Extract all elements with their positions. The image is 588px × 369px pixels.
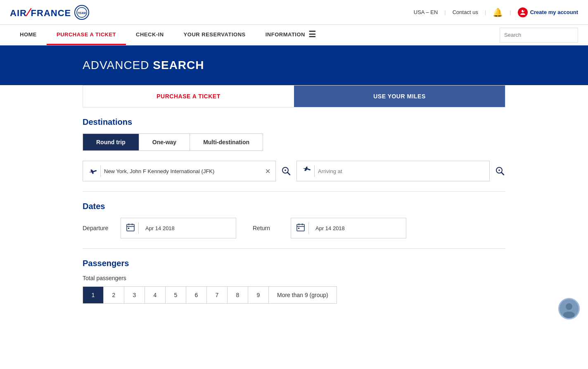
return-date-group: Return Apr 14 2018	[253, 218, 406, 238]
sep3: |	[510, 9, 511, 15]
ret-date-divider	[308, 222, 309, 234]
departure-date-value: Apr 14 2018	[142, 225, 175, 231]
nav-search-box[interactable]	[500, 28, 578, 43]
passenger-2[interactable]: 2	[104, 287, 124, 303]
search-arriving-icon[interactable]	[495, 166, 505, 176]
flight-inputs: ✕	[83, 161, 505, 181]
svg-point-25	[563, 312, 575, 318]
menu-icon[interactable]: ☰	[308, 29, 316, 39]
svg-rect-17	[128, 228, 129, 229]
nav-reservations[interactable]: YOUR RESERVATIONS	[174, 25, 256, 45]
passenger-4[interactable]: 4	[145, 287, 166, 303]
total-passengers-label: Total passengers	[83, 275, 505, 281]
dep-date-divider	[138, 222, 139, 234]
create-account-label: Create my account	[530, 9, 578, 15]
arriving-input-box	[296, 161, 490, 181]
departure-date-group: Departure Apr 14 2018	[83, 218, 236, 238]
passenger-6[interactable]: 6	[186, 287, 207, 303]
trip-type-buttons: Round trip One-way Multi-destination	[83, 133, 263, 151]
passenger-5[interactable]: 5	[166, 287, 186, 303]
tab-area: PURCHASE A TICKET USE YOUR MILES	[83, 85, 505, 107]
create-account-button[interactable]: + Create my account	[518, 7, 578, 17]
clear-departure-icon[interactable]: ✕	[265, 167, 270, 175]
departure-date-label: Departure	[83, 225, 116, 231]
destinations-section: Destinations Round trip One-way Multi-de…	[83, 117, 505, 181]
trip-oneway[interactable]: One-way	[139, 134, 190, 150]
section-divider-1	[83, 191, 505, 192]
passenger-group[interactable]: More than 9 (group)	[269, 287, 337, 303]
tab-miles[interactable]: USE YOUR MILES	[294, 86, 505, 107]
team-logo: TEAM	[74, 5, 89, 20]
svg-line-10	[502, 173, 504, 175]
notifications-icon[interactable]: 🔔	[493, 7, 503, 17]
section-divider-2	[83, 248, 505, 249]
passenger-8[interactable]: 8	[228, 287, 248, 303]
svg-rect-22	[298, 228, 299, 229]
top-bar: AIR⁄FRANCE TEAM USA – EN | Contact us | …	[0, 0, 588, 25]
svg-text:+: +	[524, 9, 525, 12]
arriving-plane-icon	[302, 166, 311, 177]
hero-title-bold: SEARCH	[153, 59, 204, 71]
departure-plane-icon	[88, 166, 97, 177]
return-date-label: Return	[253, 225, 286, 231]
passenger-9[interactable]: 9	[248, 287, 269, 303]
departure-calendar-icon	[126, 223, 135, 234]
svg-text:TEAM: TEAM	[78, 12, 86, 14]
dep-divider	[100, 165, 101, 177]
departure-date-input[interactable]: Apr 14 2018	[121, 218, 236, 238]
logo-area: AIR⁄FRANCE TEAM	[10, 5, 89, 20]
departure-input-box: ✕	[83, 161, 276, 181]
return-date-value: Apr 14 2018	[312, 225, 345, 231]
nav-information[interactable]: INFORMATION ☰	[256, 25, 326, 45]
nav-search-input[interactable]	[504, 32, 574, 38]
top-bar-right: USA – EN | Contact us | 🔔 | + Create my …	[414, 7, 578, 17]
sep1: |	[444, 9, 446, 15]
passenger-numbers: 1 2 3 4 5 6 7 8 9 More than 9 (group)	[83, 286, 337, 304]
hero-title-light: ADVANCED	[83, 59, 153, 71]
user-icon: +	[518, 7, 528, 17]
departure-input[interactable]	[104, 168, 262, 174]
main-content: Destinations Round trip One-way Multi-de…	[0, 107, 588, 320]
return-calendar-icon	[296, 223, 305, 234]
dates-section: Dates Departure Apr 14 2018	[83, 202, 505, 238]
passenger-1[interactable]: 1	[83, 287, 104, 303]
nav-information-label: INFORMATION	[266, 31, 305, 38]
destinations-title: Destinations	[83, 117, 505, 127]
passengers-title: Passengers	[83, 259, 505, 268]
dates-title: Dates	[83, 202, 505, 211]
hero-title: ADVANCED SEARCH	[83, 59, 505, 72]
nav-purchase[interactable]: PURCHASE A TICKET	[47, 25, 126, 45]
nav-checkin[interactable]: CHECK-IN	[126, 25, 174, 45]
arr-divider	[314, 165, 315, 177]
trip-round[interactable]: Round trip	[83, 134, 139, 150]
nav-items: HOME PURCHASE A TICKET CHECK-IN YOUR RES…	[10, 25, 500, 45]
svg-rect-13	[127, 224, 134, 231]
contact-link[interactable]: Contact us	[453, 9, 478, 15]
avatar-image	[560, 299, 579, 318]
sep2: |	[485, 9, 486, 15]
passenger-7[interactable]: 7	[207, 287, 228, 303]
logo-text: AIR⁄FRANCE	[10, 6, 71, 19]
nav-home[interactable]: HOME	[10, 25, 47, 45]
floating-avatar[interactable]	[558, 298, 580, 319]
svg-rect-18	[297, 224, 304, 231]
hero-banner: ADVANCED SEARCH	[0, 45, 588, 85]
tab-purchase[interactable]: PURCHASE A TICKET	[83, 86, 294, 107]
passenger-3[interactable]: 3	[124, 287, 145, 303]
search-departure-icon[interactable]	[281, 166, 292, 176]
region-label[interactable]: USA – EN	[414, 9, 438, 15]
passengers-section: Passengers Total passengers 1 2 3 4 5 6 …	[83, 259, 505, 304]
svg-line-6	[288, 173, 290, 175]
svg-point-24	[566, 303, 572, 310]
trip-multi[interactable]: Multi-destination	[190, 134, 263, 150]
nav-bar: HOME PURCHASE A TICKET CHECK-IN YOUR RES…	[0, 25, 588, 45]
return-date-input[interactable]: Apr 14 2018	[291, 218, 406, 238]
dates-row: Departure Apr 14 2018	[83, 218, 505, 238]
arriving-input[interactable]	[318, 168, 484, 174]
